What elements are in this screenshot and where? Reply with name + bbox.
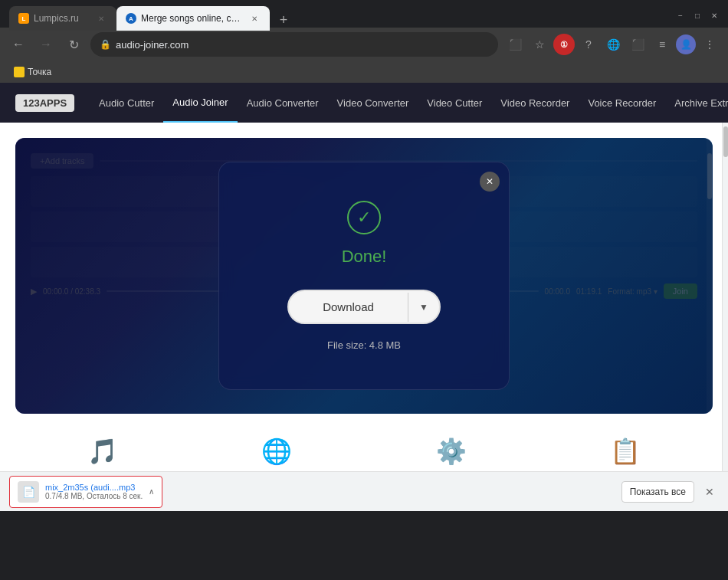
download-arrow-button[interactable]: ▼ <box>408 293 439 322</box>
nav-audio-converter[interactable]: Audio Converter <box>238 83 328 123</box>
download-filename: mix_2m35s (audi....mp3 <box>45 483 143 492</box>
tab1-title: Lumpics.ru <box>34 13 90 24</box>
download-bar-right: Показать все ✕ <box>621 481 719 503</box>
nav-archive-extractor[interactable]: Archive Extractor <box>665 83 728 123</box>
extension3-icon[interactable]: 🌐 <box>602 34 624 55</box>
back-button[interactable]: ← <box>8 34 29 55</box>
minimize-button[interactable] <box>676 11 685 20</box>
download-item[interactable]: 📄 mix_2m35s (audi....mp3 0.7/4.8 MB, Ост… <box>9 476 162 508</box>
app-container: +Add tracks ✕ <box>15 138 713 414</box>
nav-audio-joiner[interactable]: Audio Joiner <box>163 83 237 123</box>
browser-window: L Lumpics.ru ✕ A Merge songs online, com… <box>0 0 728 511</box>
translate-icon[interactable]: ⬛ <box>504 34 526 55</box>
tab1-close[interactable]: ✕ <box>95 12 107 25</box>
nav-video-converter[interactable]: Video Converter <box>328 83 418 123</box>
download-button-group: Download ▼ <box>287 290 441 324</box>
tab-audio-joiner[interactable]: A Merge songs online, combine m... ✕ <box>116 6 270 31</box>
tab2-close[interactable]: ✕ <box>248 12 261 25</box>
show-all-button[interactable]: Показать все <box>621 481 694 503</box>
site-logo[interactable]: 123APPS <box>15 94 74 112</box>
download-file-icon: 📄 <box>18 481 39 503</box>
page-scrollbar[interactable] <box>722 123 728 471</box>
bookmark-folder-icon <box>14 67 25 77</box>
download-progress: 0.7/4.8 MB, Осталось 8 сек. <box>45 492 143 500</box>
nav-icons-right: ⬛ ☆ ① ? 🌐 ⬛ ≡ 👤 ⋮ <box>504 34 720 55</box>
extension1-icon[interactable]: ① <box>553 34 575 55</box>
nav-video-cutter[interactable]: Video Cutter <box>418 83 491 123</box>
address-bar[interactable]: 🔒 audio-joiner.com <box>90 32 498 57</box>
bookmark-star-icon[interactable]: ☆ <box>529 34 550 55</box>
extension4-icon[interactable]: ⬛ <box>627 34 648 55</box>
close-button[interactable] <box>710 11 719 20</box>
site-nav: 123APPS Audio Cutter Audio Joiner Audio … <box>0 83 728 123</box>
done-circle: ✓ <box>347 201 381 234</box>
page-content: 123APPS Audio Cutter Audio Joiner Audio … <box>0 83 728 511</box>
extension5-icon[interactable]: ≡ <box>651 34 673 55</box>
reload-button[interactable]: ↻ <box>63 34 84 55</box>
feature-combine-icon: 🌐 <box>205 437 349 466</box>
download-bar-close-button[interactable]: ✕ <box>700 483 719 501</box>
tab1-favicon: L <box>18 13 29 24</box>
modal-close-button[interactable]: ✕ <box>480 172 500 192</box>
done-check-icon: ✓ <box>357 208 371 228</box>
file-size-text: File size: 4.8 MB <box>265 339 463 351</box>
new-tab-button[interactable]: + <box>273 9 294 31</box>
modal-overlay: ✕ ✓ Done! Download ▼ <box>15 138 713 414</box>
nav-video-recorder[interactable]: Video Recorder <box>491 83 579 123</box>
maximize-button[interactable] <box>693 11 702 20</box>
tab-lumpics[interactable]: L Lumpics.ru ✕ <box>9 6 116 31</box>
download-chevron-icon[interactable]: ∧ <box>149 487 154 496</box>
window-controls <box>676 11 719 23</box>
feature-audio-joiner-icon: 🎵 <box>31 437 175 466</box>
forward-button[interactable]: → <box>35 34 57 55</box>
navigation-bar: ← → ↻ 🔒 audio-joiner.com ⬛ ☆ ① ? 🌐 ⬛ ≡ 👤… <box>0 28 728 61</box>
bookmarks-bar: Точка <box>0 61 728 83</box>
bookmark-tochka[interactable]: Точка <box>8 65 57 79</box>
page-scrollbar-thumb <box>723 126 728 157</box>
feature-intervals-icon: ⚙️ <box>379 437 523 466</box>
url-text: audio-joiner.com <box>116 39 489 51</box>
tab2-title: Merge songs online, combine m... <box>141 13 244 24</box>
tabs-bar: L Lumpics.ru ✕ A Merge songs online, com… <box>9 3 668 31</box>
done-text: Done! <box>265 247 463 267</box>
more-menu-icon[interactable]: ⋮ <box>699 34 720 55</box>
lock-icon: 🔒 <box>100 39 111 50</box>
download-bar: 📄 mix_2m35s (audi....mp3 0.7/4.8 MB, Ост… <box>0 471 728 511</box>
nav-voice-recorder[interactable]: Voice Recorder <box>579 83 665 123</box>
feature-formats-icon: 📋 <box>554 437 698 466</box>
modal-box: ✕ ✓ Done! Download ▼ <box>218 162 510 390</box>
title-bar: L Lumpics.ru ✕ A Merge songs online, com… <box>0 0 728 28</box>
profile-avatar[interactable]: 👤 <box>676 34 696 54</box>
nav-audio-cutter[interactable]: Audio Cutter <box>90 83 163 123</box>
main-area: +Add tracks ✕ <box>0 123 728 511</box>
tab2-favicon: A <box>126 13 136 24</box>
extension2-icon[interactable]: ? <box>578 34 599 55</box>
download-item-info: mix_2m35s (audi....mp3 0.7/4.8 MB, Остал… <box>45 483 143 500</box>
bookmark-label: Точка <box>28 67 51 77</box>
download-main-button[interactable]: Download <box>289 291 408 323</box>
